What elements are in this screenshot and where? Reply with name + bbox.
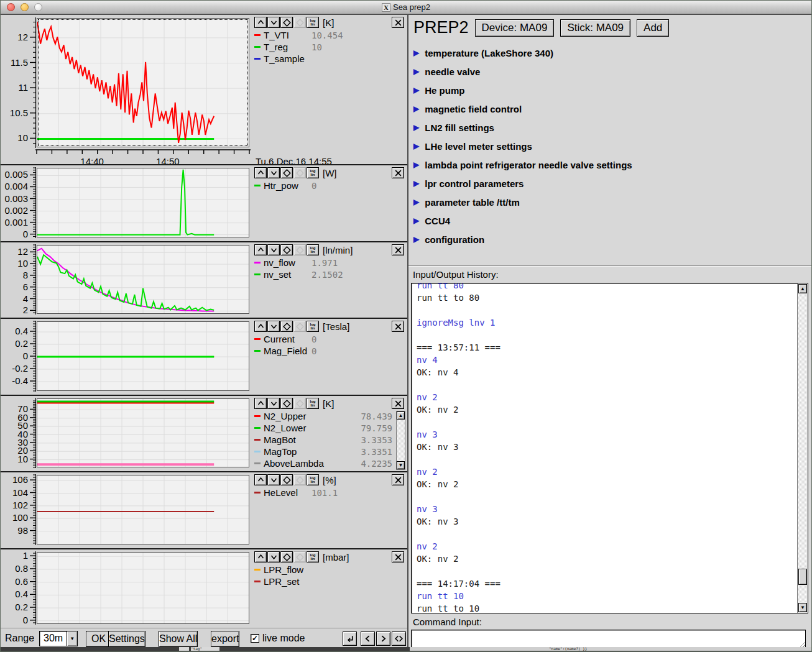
scroll-right-button[interactable] <box>376 631 390 646</box>
tree-item-ln2-fill-settings[interactable]: ▶LN2 fill settings <box>413 118 806 137</box>
device-button[interactable]: Device: MA09 <box>475 19 555 37</box>
tree-item-lhe-level-meter-settings[interactable]: ▶LHe level meter settings <box>413 137 806 155</box>
legend-item[interactable]: LPR_set <box>254 576 404 588</box>
plot-area[interactable] <box>37 398 249 467</box>
scrollbar-thumb[interactable] <box>798 569 807 585</box>
scale-up-button[interactable] <box>254 244 267 255</box>
legend-scrollbar-track[interactable] <box>397 420 405 461</box>
scale-down-button[interactable] <box>267 17 280 28</box>
scale-up-button[interactable] <box>254 167 267 178</box>
scale-down-button[interactable] <box>267 167 280 178</box>
scale-down-button[interactable] <box>267 474 280 485</box>
triangle-right-icon[interactable]: ▶ <box>413 104 419 113</box>
legend-item[interactable]: N2_Lower79.759 <box>254 423 404 434</box>
tree-item-needle-valve[interactable]: ▶needle valve <box>413 62 806 81</box>
legend-scrollbar[interactable]: ▲▼ <box>396 411 405 470</box>
close-chart-button[interactable] <box>392 398 404 409</box>
tree-item-temperature-lakeshore-340[interactable]: ▶temperature (LakeShore 340) <box>413 44 806 62</box>
legend-item[interactable]: HeLevel101.1 <box>254 487 404 499</box>
triangle-right-icon[interactable]: ▶ <box>413 216 419 225</box>
scroll-left-button[interactable] <box>361 631 375 646</box>
triangle-right-icon[interactable]: ▶ <box>413 198 419 206</box>
expand-range-button[interactable] <box>392 631 406 646</box>
triangle-right-icon[interactable]: ▶ <box>413 86 419 94</box>
io-history[interactable]: run tt 80run tt to 80 ignoreMsg lnv 1 ==… <box>411 283 808 613</box>
legend-item[interactable]: MagTop3.3351 <box>254 446 404 458</box>
legend-item[interactable]: MagBot3.3353 <box>254 434 404 446</box>
auto-scale-button[interactable] <box>280 474 293 485</box>
scale-up-button[interactable] <box>254 17 267 28</box>
triangle-right-icon[interactable]: ▶ <box>413 123 419 132</box>
auto-scale-disabled-button[interactable] <box>293 551 306 562</box>
plot-area[interactable] <box>37 552 249 624</box>
auto-scale-button[interactable] <box>280 551 293 562</box>
legend-item[interactable]: Current0 <box>254 334 404 346</box>
triangle-right-icon[interactable]: ▶ <box>413 235 419 244</box>
log-lin-button[interactable]: loglin <box>307 17 319 28</box>
plot-area[interactable] <box>37 168 249 237</box>
triangle-right-icon[interactable]: ▶ <box>413 160 419 169</box>
scale-down-button[interactable] <box>267 398 280 409</box>
plot-area[interactable] <box>37 18 249 147</box>
tree-item-parameter-table-tt-tm[interactable]: ▶parameter table /tt/tm <box>413 193 806 211</box>
command-input[interactable] <box>412 631 796 648</box>
legend-scroll-up-button[interactable]: ▲ <box>397 411 405 420</box>
auto-scale-disabled-button[interactable] <box>293 474 306 485</box>
legend-item[interactable]: AboveLambda4.2235 <box>254 458 404 470</box>
scale-up-button[interactable] <box>254 321 267 332</box>
auto-scale-button[interactable] <box>280 321 293 332</box>
log-lin-button[interactable]: loglin <box>307 244 319 255</box>
range-select[interactable]: 30m ▼ <box>39 631 78 646</box>
tree-item-ccu4[interactable]: ▶CCU4 <box>413 211 806 230</box>
auto-scale-disabled-button[interactable] <box>293 321 306 332</box>
close-chart-button[interactable] <box>392 17 404 28</box>
plot-area[interactable] <box>37 321 249 391</box>
legend-item[interactable]: N2_Upper78.439 <box>254 411 404 423</box>
tree-item-configuration[interactable]: ▶configuration <box>413 230 806 249</box>
close-chart-button[interactable] <box>392 244 404 255</box>
log-lin-button[interactable]: loglin <box>307 167 319 178</box>
legend-item[interactable]: LPR_flow <box>254 564 404 576</box>
command-input-box[interactable] <box>411 630 806 649</box>
legend-item[interactable]: T_VTI10.454 <box>254 30 404 42</box>
auto-scale-disabled-button[interactable] <box>293 244 306 255</box>
scale-down-button[interactable] <box>267 244 280 255</box>
auto-scale-disabled-button[interactable] <box>293 398 306 409</box>
scrollbar-track[interactable] <box>798 294 807 602</box>
tree-item-he-pump[interactable]: ▶He pump <box>413 81 806 99</box>
log-lin-button[interactable]: loglin <box>307 321 319 332</box>
scroll-up-button[interactable]: ▲ <box>798 284 807 293</box>
tree-item-lpr-control-parameters[interactable]: ▶lpr control parameters <box>413 174 806 193</box>
auto-scale-button[interactable] <box>280 244 293 255</box>
add-button[interactable]: Add <box>637 19 669 37</box>
tree-item-lambda-point-refrigerator-needle-valve-settings[interactable]: ▶lambda point refrigerator needle valve … <box>413 155 806 174</box>
plot-area[interactable] <box>37 475 249 544</box>
io-history-scrollbar[interactable]: ▲ ▼ <box>797 283 808 613</box>
triangle-right-icon[interactable]: ▶ <box>413 48 419 57</box>
legend-item[interactable]: nv_flow1.971 <box>254 257 404 269</box>
stick-button[interactable]: Stick: MA09 <box>560 19 630 37</box>
triangle-right-icon[interactable]: ▶ <box>413 67 419 76</box>
jump-to-now-button[interactable] <box>343 631 357 646</box>
export-button[interactable]: export <box>211 631 239 647</box>
close-chart-button[interactable] <box>392 167 404 178</box>
legend-item[interactable]: nv_set2.1502 <box>254 269 404 281</box>
titlebar[interactable]: XSea prep2 <box>1 1 811 14</box>
log-lin-button[interactable]: loglin <box>307 474 319 485</box>
show-all-button[interactable]: Show All <box>159 631 198 647</box>
settings-button[interactable]: Settings <box>108 631 145 647</box>
legend-item[interactable]: Htr_pow0 <box>254 180 404 192</box>
triangle-right-icon[interactable]: ▶ <box>413 179 419 188</box>
plot-area[interactable] <box>37 245 249 314</box>
legend-scroll-down-button[interactable]: ▼ <box>397 461 405 469</box>
scale-up-button[interactable] <box>254 474 267 485</box>
scale-up-button[interactable] <box>254 551 267 562</box>
tree-item-magnetic-field-control[interactable]: ▶magnetic field control <box>413 99 806 118</box>
log-lin-button[interactable]: loglin <box>307 398 319 409</box>
legend-item[interactable]: T_reg10 <box>254 42 404 53</box>
live-mode-checkbox[interactable]: ✓ <box>251 634 259 643</box>
scale-down-button[interactable] <box>267 551 280 562</box>
scale-up-button[interactable] <box>254 398 267 409</box>
auto-scale-disabled-button[interactable] <box>293 167 306 178</box>
legend-item[interactable]: Mag_Field0 <box>254 346 404 357</box>
